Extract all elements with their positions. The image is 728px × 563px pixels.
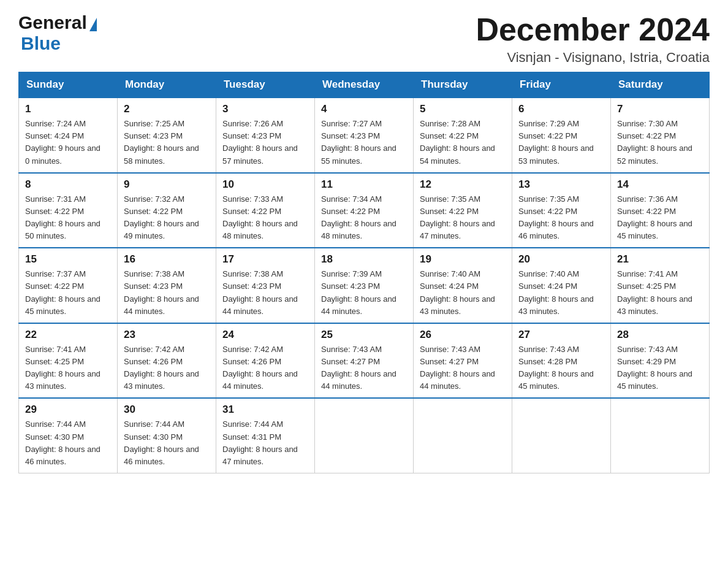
location-title: Visnjan - Visignano, Istria, Croatia [476,50,710,66]
day-info: Sunrise: 7:43 AM Sunset: 4:29 PM Dayligh… [617,343,703,393]
calendar-week-5: 29 Sunrise: 7:44 AM Sunset: 4:30 PM Dayl… [19,398,710,473]
day-info: Sunrise: 7:42 AM Sunset: 4:26 PM Dayligh… [222,343,308,393]
day-number: 10 [222,178,308,191]
calendar-cell: 27 Sunrise: 7:43 AM Sunset: 4:28 PM Dayl… [512,323,611,399]
day-number: 7 [617,103,703,115]
calendar-table: SundayMondayTuesdayWednesdayThursdayFrid… [18,72,710,473]
calendar-cell: 29 Sunrise: 7:44 AM Sunset: 4:30 PM Dayl… [19,398,118,473]
day-number: 12 [420,178,506,191]
calendar-cell: 15 Sunrise: 7:37 AM Sunset: 4:22 PM Dayl… [19,248,118,323]
calendar-cell: 3 Sunrise: 7:26 AM Sunset: 4:23 PM Dayli… [216,98,315,173]
calendar-cell: 4 Sunrise: 7:27 AM Sunset: 4:23 PM Dayli… [315,98,414,173]
day-info: Sunrise: 7:42 AM Sunset: 4:26 PM Dayligh… [124,343,210,393]
calendar-cell: 13 Sunrise: 7:35 AM Sunset: 4:22 PM Dayl… [512,173,611,248]
calendar-week-3: 15 Sunrise: 7:37 AM Sunset: 4:22 PM Dayl… [19,248,710,323]
page-header: General Blue December 2024 Visnjan - Vis… [18,12,710,66]
day-number: 1 [25,103,111,115]
day-number: 25 [321,329,407,341]
logo: General Blue [18,12,98,54]
calendar-cell: 14 Sunrise: 7:36 AM Sunset: 4:22 PM Dayl… [611,173,710,248]
calendar-header-saturday: Saturday [611,72,710,98]
calendar-header-wednesday: Wednesday [315,72,414,98]
logo-triangle-icon [89,18,97,31]
calendar-header-monday: Monday [118,72,216,98]
day-info: Sunrise: 7:34 AM Sunset: 4:22 PM Dayligh… [321,193,407,243]
calendar-cell: 11 Sunrise: 7:34 AM Sunset: 4:22 PM Dayl… [315,173,414,248]
day-number: 20 [518,253,604,266]
day-info: Sunrise: 7:33 AM Sunset: 4:22 PM Dayligh… [222,193,308,243]
day-info: Sunrise: 7:32 AM Sunset: 4:22 PM Dayligh… [124,193,210,243]
day-info: Sunrise: 7:31 AM Sunset: 4:22 PM Dayligh… [25,193,111,243]
day-number: 22 [25,329,111,341]
day-info: Sunrise: 7:28 AM Sunset: 4:22 PM Dayligh… [420,118,506,167]
day-number: 21 [617,253,703,266]
day-number: 4 [321,103,407,115]
day-info: Sunrise: 7:30 AM Sunset: 4:22 PM Dayligh… [617,118,703,167]
day-number: 28 [617,329,703,341]
calendar-cell: 25 Sunrise: 7:43 AM Sunset: 4:27 PM Dayl… [315,323,414,399]
day-number: 5 [420,103,506,115]
day-number: 9 [124,178,210,191]
day-info: Sunrise: 7:27 AM Sunset: 4:23 PM Dayligh… [321,118,407,167]
day-number: 19 [420,253,506,266]
calendar-cell: 2 Sunrise: 7:25 AM Sunset: 4:23 PM Dayli… [118,98,216,173]
calendar-header-row: SundayMondayTuesdayWednesdayThursdayFrid… [19,72,710,98]
calendar-cell: 28 Sunrise: 7:43 AM Sunset: 4:29 PM Dayl… [611,323,710,399]
day-info: Sunrise: 7:25 AM Sunset: 4:23 PM Dayligh… [124,118,210,167]
day-number: 30 [124,404,210,416]
day-number: 26 [420,329,506,341]
day-info: Sunrise: 7:35 AM Sunset: 4:22 PM Dayligh… [420,193,506,243]
day-number: 29 [25,404,111,416]
day-info: Sunrise: 7:38 AM Sunset: 4:23 PM Dayligh… [124,268,210,318]
day-number: 13 [518,178,604,191]
logo-blue-text: Blue [21,33,98,54]
calendar-header-thursday: Thursday [414,72,512,98]
calendar-cell [315,398,414,473]
calendar-cell: 30 Sunrise: 7:44 AM Sunset: 4:30 PM Dayl… [118,398,216,473]
day-number: 31 [222,404,308,416]
day-info: Sunrise: 7:43 AM Sunset: 4:27 PM Dayligh… [420,343,506,393]
logo-general-text: General [18,12,87,33]
calendar-cell: 10 Sunrise: 7:33 AM Sunset: 4:22 PM Dayl… [216,173,315,248]
day-number: 15 [25,253,111,266]
day-info: Sunrise: 7:36 AM Sunset: 4:22 PM Dayligh… [617,193,703,243]
calendar-cell [414,398,512,473]
day-info: Sunrise: 7:44 AM Sunset: 4:31 PM Dayligh… [222,418,308,468]
calendar-cell: 8 Sunrise: 7:31 AM Sunset: 4:22 PM Dayli… [19,173,118,248]
day-info: Sunrise: 7:35 AM Sunset: 4:22 PM Dayligh… [518,193,604,243]
calendar-cell: 19 Sunrise: 7:40 AM Sunset: 4:24 PM Dayl… [414,248,512,323]
calendar-cell: 23 Sunrise: 7:42 AM Sunset: 4:26 PM Dayl… [118,323,216,399]
calendar-cell: 17 Sunrise: 7:38 AM Sunset: 4:23 PM Dayl… [216,248,315,323]
day-info: Sunrise: 7:26 AM Sunset: 4:23 PM Dayligh… [222,118,308,167]
day-number: 3 [222,103,308,115]
day-info: Sunrise: 7:40 AM Sunset: 4:24 PM Dayligh… [518,268,604,318]
day-number: 27 [518,329,604,341]
title-area: December 2024 Visnjan - Visignano, Istri… [476,12,710,66]
day-info: Sunrise: 7:40 AM Sunset: 4:24 PM Dayligh… [420,268,506,318]
day-number: 6 [518,103,604,115]
calendar-cell: 24 Sunrise: 7:42 AM Sunset: 4:26 PM Dayl… [216,323,315,399]
day-number: 8 [25,178,111,191]
day-number: 2 [124,103,210,115]
day-info: Sunrise: 7:29 AM Sunset: 4:22 PM Dayligh… [518,118,604,167]
day-info: Sunrise: 7:24 AM Sunset: 4:24 PM Dayligh… [25,118,111,167]
calendar-cell: 5 Sunrise: 7:28 AM Sunset: 4:22 PM Dayli… [414,98,512,173]
day-number: 17 [222,253,308,266]
day-info: Sunrise: 7:38 AM Sunset: 4:23 PM Dayligh… [222,268,308,318]
calendar-cell: 16 Sunrise: 7:38 AM Sunset: 4:23 PM Dayl… [118,248,216,323]
calendar-cell: 26 Sunrise: 7:43 AM Sunset: 4:27 PM Dayl… [414,323,512,399]
calendar-week-4: 22 Sunrise: 7:41 AM Sunset: 4:25 PM Dayl… [19,323,710,399]
calendar-cell [512,398,611,473]
calendar-cell: 20 Sunrise: 7:40 AM Sunset: 4:24 PM Dayl… [512,248,611,323]
day-number: 16 [124,253,210,266]
month-title: December 2024 [476,12,710,47]
calendar-week-1: 1 Sunrise: 7:24 AM Sunset: 4:24 PM Dayli… [19,98,710,173]
calendar-cell: 31 Sunrise: 7:44 AM Sunset: 4:31 PM Dayl… [216,398,315,473]
calendar-header-friday: Friday [512,72,611,98]
calendar-cell: 21 Sunrise: 7:41 AM Sunset: 4:25 PM Dayl… [611,248,710,323]
calendar-cell: 6 Sunrise: 7:29 AM Sunset: 4:22 PM Dayli… [512,98,611,173]
day-info: Sunrise: 7:44 AM Sunset: 4:30 PM Dayligh… [124,418,210,468]
calendar-week-2: 8 Sunrise: 7:31 AM Sunset: 4:22 PM Dayli… [19,173,710,248]
day-number: 24 [222,329,308,341]
calendar-header-tuesday: Tuesday [216,72,315,98]
